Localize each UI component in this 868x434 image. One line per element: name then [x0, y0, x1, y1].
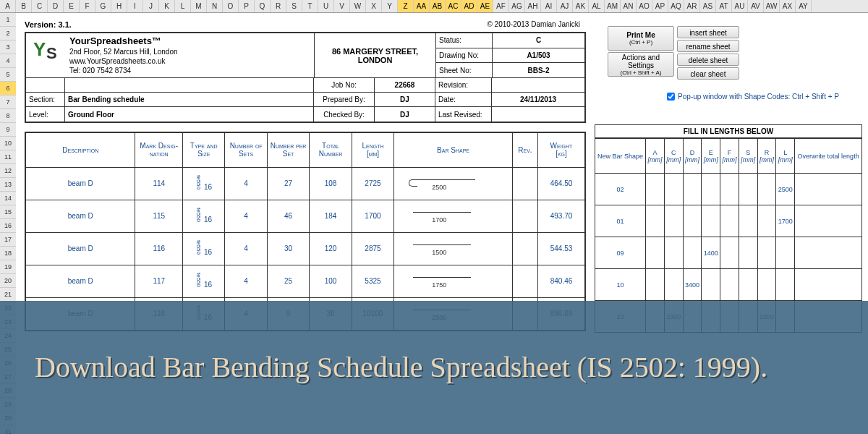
side-cell[interactable] — [664, 174, 683, 205]
cell[interactable]: 464.50 — [537, 167, 585, 200]
side-cell[interactable] — [776, 269, 795, 301]
cell[interactable]: 1700 — [352, 200, 393, 232]
rename-sheet-button[interactable]: rename sheet — [677, 40, 739, 52]
cell[interactable]: 25 — [267, 265, 309, 297]
column-headers[interactable]: ABCDEFGHIJKLMNOPQRSTUVWXYZAAABACADAEAFAG… — [0, 0, 868, 13]
side-cell[interactable] — [664, 237, 683, 269]
side-cell[interactable] — [757, 205, 776, 237]
cell[interactable]: 4 — [225, 200, 267, 232]
cell[interactable]: 4 — [225, 232, 267, 265]
cell[interactable]: 108 — [310, 167, 352, 200]
cell[interactable]: 2725 — [352, 167, 393, 200]
level-value[interactable]: Ground Floor — [65, 107, 314, 122]
side-cell[interactable] — [757, 237, 776, 269]
cell[interactable]: 1700 — [394, 200, 513, 232]
side-cell[interactable]: 01 — [595, 205, 646, 237]
cell[interactable]: 27 — [267, 167, 309, 200]
print-button[interactable]: Print Me(Ctrl + P) — [608, 26, 674, 51]
delete-sheet-button[interactable]: delete sheet — [677, 54, 739, 66]
prepared-value[interactable]: DJ — [375, 93, 435, 106]
section-value[interactable]: Bar Bending schedule — [65, 93, 314, 106]
side-cell[interactable] — [702, 269, 720, 301]
side-row[interactable]: 022500 — [595, 174, 862, 205]
side-cell[interactable] — [683, 174, 702, 205]
cell[interactable]: beam D — [25, 167, 135, 200]
cell[interactable]: 46 — [267, 200, 309, 232]
cell[interactable]: 4 — [225, 167, 267, 200]
cell[interactable]: fe550 16 — [182, 167, 224, 200]
actions-button[interactable]: Actions and Settings(Ctrl + Shift + A) — [608, 52, 674, 77]
cell[interactable]: 493.70 — [537, 200, 585, 232]
side-cell[interactable] — [739, 237, 757, 269]
side-cell[interactable] — [795, 237, 862, 269]
cell[interactable]: 544.53 — [537, 232, 585, 265]
side-cell[interactable] — [739, 269, 757, 301]
cell[interactable]: 30 — [267, 232, 309, 265]
revision-value[interactable] — [492, 78, 584, 92]
cell[interactable]: fe550 16 — [182, 232, 224, 265]
side-cell[interactable] — [776, 237, 795, 269]
drawing-value[interactable]: A1/503 — [493, 48, 584, 63]
cell[interactable]: 1500 — [394, 232, 513, 265]
side-cell[interactable] — [795, 205, 862, 237]
side-cell[interactable] — [720, 205, 739, 237]
cell[interactable] — [512, 167, 537, 200]
cell[interactable] — [512, 265, 537, 297]
cell[interactable]: beam D — [25, 232, 135, 265]
clear-sheet-button[interactable]: clear sheet — [677, 67, 739, 80]
cell[interactable]: beam D — [25, 265, 135, 297]
cell[interactable]: 4 — [225, 265, 267, 297]
popup-checkbox[interactable] — [667, 93, 675, 101]
side-cell[interactable]: 09 — [595, 237, 646, 269]
side-cell[interactable] — [702, 174, 720, 205]
cell[interactable]: 2500 — [394, 167, 513, 200]
side-cell[interactable]: 10 — [595, 269, 646, 301]
cell[interactable]: 5325 — [352, 265, 393, 297]
cell[interactable]: 120 — [310, 232, 352, 265]
side-cell[interactable] — [646, 205, 665, 237]
cell[interactable]: 840.46 — [537, 265, 585, 297]
side-cell[interactable]: 02 — [595, 174, 646, 205]
side-cell[interactable]: 1400 — [702, 237, 720, 269]
cell[interactable]: 2875 — [352, 232, 393, 265]
side-cell[interactable] — [646, 237, 665, 269]
side-cell[interactable]: 2500 — [776, 174, 795, 205]
side-cell[interactable] — [795, 269, 862, 301]
cell[interactable]: 116 — [135, 232, 182, 265]
insert-sheet-button[interactable]: insert sheet — [677, 26, 739, 38]
side-cell[interactable] — [795, 174, 862, 205]
side-cell[interactable]: 3400 — [683, 269, 702, 301]
lastrev-value[interactable] — [492, 107, 584, 122]
side-cell[interactable] — [702, 205, 720, 237]
side-cell[interactable] — [757, 269, 776, 301]
date-value[interactable]: 24/11/2013 — [492, 93, 584, 106]
side-cell[interactable] — [739, 174, 757, 205]
side-cell[interactable] — [664, 269, 683, 301]
side-cell[interactable] — [683, 205, 702, 237]
cell[interactable]: 114 — [135, 167, 182, 200]
side-row[interactable]: 011700 — [595, 205, 862, 237]
side-cell[interactable] — [739, 205, 757, 237]
side-cell[interactable] — [720, 269, 739, 301]
status-value[interactable]: C — [493, 33, 584, 48]
cell[interactable]: 1750 — [394, 265, 513, 297]
table-row[interactable]: beam D114fe550 1642710827252500464.50 — [25, 167, 585, 200]
sheet-value[interactable]: BBS-2 — [493, 63, 584, 77]
table-row[interactable]: beam D115fe550 1644618417001700493.70 — [25, 200, 585, 232]
side-cell[interactable] — [720, 174, 739, 205]
cell[interactable]: fe550 16 — [182, 200, 224, 232]
cell[interactable]: 100 — [310, 265, 352, 297]
table-row[interactable]: beam D117fe550 1642510053251750840.46 — [25, 265, 585, 297]
cell[interactable] — [512, 232, 537, 265]
side-cell[interactable] — [683, 237, 702, 269]
cell[interactable]: beam D — [25, 200, 135, 232]
cell[interactable]: fe550 16 — [182, 265, 224, 297]
cell[interactable] — [512, 200, 537, 232]
cell[interactable]: 184 — [310, 200, 352, 232]
side-cell[interactable] — [757, 174, 776, 205]
side-cell[interactable] — [720, 237, 739, 269]
checked-value[interactable]: DJ — [375, 107, 435, 122]
cell[interactable]: 115 — [135, 200, 182, 232]
side-row[interactable]: 103400 — [595, 269, 862, 301]
cell[interactable]: 117 — [135, 265, 182, 297]
